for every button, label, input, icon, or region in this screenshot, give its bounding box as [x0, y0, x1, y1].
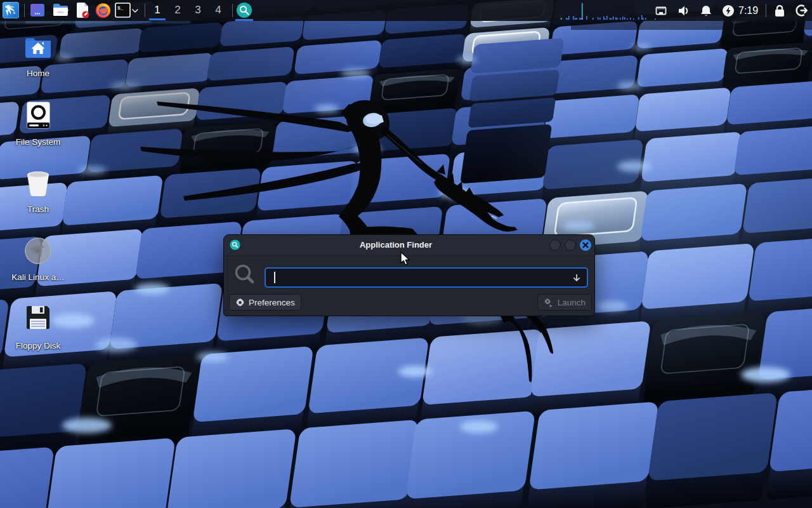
- svg-text:$_: $_: [117, 5, 124, 11]
